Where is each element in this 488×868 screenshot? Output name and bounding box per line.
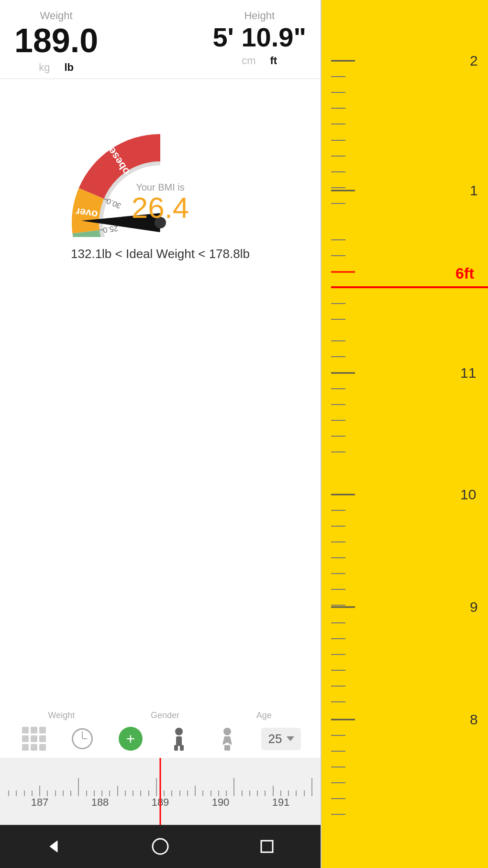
ideal-weight-text: 132.1lb < Ideal Weight < 178.8lb xyxy=(71,247,250,261)
svg-marker-20 xyxy=(50,841,57,852)
female-gender-button[interactable] xyxy=(213,724,242,753)
svg-text:1: 1 xyxy=(470,182,478,198)
svg-rect-22 xyxy=(261,841,273,852)
svg-rect-16 xyxy=(180,745,184,751)
bmi-center: Your BMI is 26.4 xyxy=(132,182,189,223)
svg-rect-19 xyxy=(227,745,230,751)
ruler-svg: 2 1 6ft xyxy=(331,0,488,868)
female-icon xyxy=(218,727,237,751)
bottom-controls: Weight Gender Age xyxy=(0,706,321,758)
back-button[interactable] xyxy=(39,832,68,861)
ruler-label-190: 190 xyxy=(212,796,230,809)
add-button[interactable]: + xyxy=(116,724,145,753)
svg-rect-18 xyxy=(224,745,227,751)
recent-icon xyxy=(257,837,277,856)
svg-point-17 xyxy=(223,728,231,735)
gauge-section: underidealoverobese18.525.030.0 Your BMI… xyxy=(0,79,321,271)
height-col: Height 5' 10.9" cm ft xyxy=(212,10,306,67)
control-icons: + xyxy=(10,724,311,753)
weight-units: kg lb xyxy=(39,61,74,74)
ruler-content: 2 1 6ft xyxy=(322,0,488,868)
height-label: Height xyxy=(244,10,275,22)
bmi-value: 26.4 xyxy=(132,193,189,223)
ruler-label-191: 191 xyxy=(272,796,290,809)
recent-button[interactable] xyxy=(253,832,281,861)
age-dropdown-arrow xyxy=(287,736,294,741)
home-icon xyxy=(151,837,170,856)
gauge-container: underidealoverobese18.525.030.0 Your BMI… xyxy=(41,93,280,237)
add-icon: + xyxy=(119,727,143,751)
male-gender-button[interactable] xyxy=(165,724,193,753)
grid-button[interactable] xyxy=(20,724,48,753)
svg-text:6ft: 6ft xyxy=(455,265,474,282)
height-ruler: 2 1 6ft xyxy=(321,0,488,868)
weight-col: Weight 189.0 kg lb xyxy=(14,10,98,74)
height-value: 5' 10.9" xyxy=(212,24,306,51)
height-units: cm ft xyxy=(242,55,277,67)
weight-ruler-ticks xyxy=(0,758,321,796)
svg-text:2: 2 xyxy=(470,53,478,68)
age-selector[interactable]: 25 xyxy=(261,728,301,750)
svg-point-13 xyxy=(175,728,183,735)
height-unit-ft[interactable]: ft xyxy=(270,55,277,67)
weight-unit-kg[interactable]: kg xyxy=(39,61,50,74)
age-value: 25 xyxy=(268,732,282,746)
age-control-label: Age xyxy=(256,710,272,720)
height-unit-cm[interactable]: cm xyxy=(242,55,255,67)
svg-point-21 xyxy=(153,839,168,854)
ruler-label-188: 188 xyxy=(91,796,109,809)
history-button[interactable] xyxy=(68,724,97,753)
main-content: Weight 189.0 kg lb Height 5' 10.9" cm ft xyxy=(0,0,321,868)
svg-text:10: 10 xyxy=(460,486,476,502)
svg-text:11: 11 xyxy=(460,365,476,381)
svg-rect-15 xyxy=(174,745,178,751)
male-icon xyxy=(169,727,189,751)
home-button[interactable] xyxy=(146,832,175,861)
weight-unit-lb[interactable]: lb xyxy=(64,61,74,74)
gender-control-label: Gender xyxy=(151,710,179,720)
header: Weight 189.0 kg lb Height 5' 10.9" cm ft xyxy=(0,0,321,79)
weight-control-label: Weight xyxy=(48,710,75,720)
back-icon xyxy=(44,837,63,856)
svg-text:8: 8 xyxy=(470,711,478,727)
weight-ruler[interactable]: 187 188 189 190 191 xyxy=(0,758,321,825)
svg-text:9: 9 xyxy=(470,599,478,615)
ruler-label-187: 187 xyxy=(31,796,49,809)
svg-line-8 xyxy=(100,230,103,230)
clock-icon xyxy=(72,728,93,749)
weight-label: Weight xyxy=(40,10,73,22)
nav-bar xyxy=(0,825,321,868)
svg-rect-14 xyxy=(176,736,182,746)
grid-icon xyxy=(22,727,46,751)
weight-value: 189.0 xyxy=(14,24,98,57)
control-labels: Weight Gender Age xyxy=(10,710,311,721)
